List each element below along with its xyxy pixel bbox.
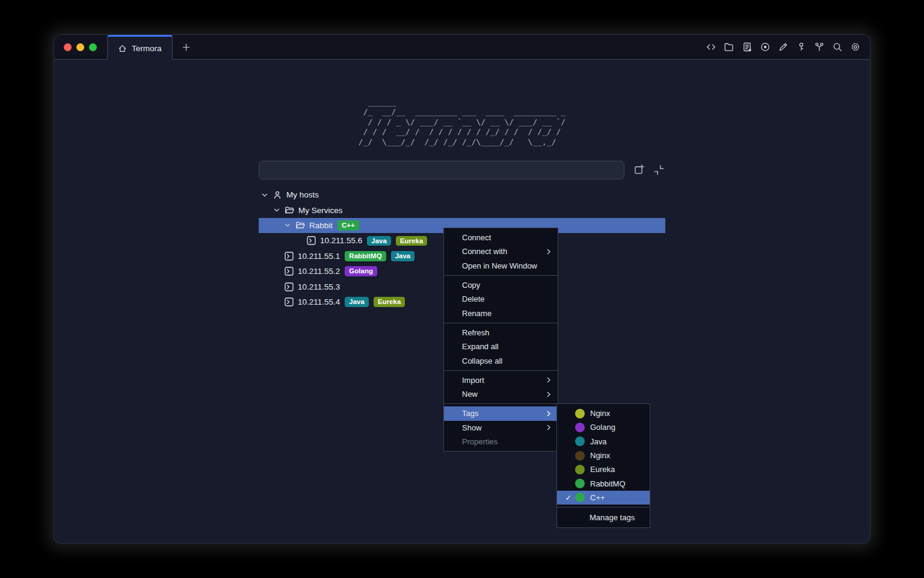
tag-color-dot <box>575 423 585 432</box>
submenu-item-java[interactable]: Java <box>557 435 650 449</box>
tree-label: 10.211.55.4 <box>298 297 340 306</box>
log-icon[interactable] <box>741 42 753 53</box>
code-icon[interactable] <box>705 42 716 53</box>
tag-badge: C++ <box>337 220 359 231</box>
menu-item-tags-highlighted[interactable]: Tags <box>444 406 558 420</box>
menu-separator <box>444 323 558 323</box>
menu-item-connect-with[interactable]: Connect with <box>444 244 558 258</box>
minimize-window-button[interactable] <box>76 43 84 51</box>
new-tab-button[interactable] <box>173 35 200 59</box>
tag-badge: Eureka <box>396 236 427 246</box>
folder-open-icon <box>295 220 305 230</box>
submenu-item-golang[interactable]: Golang <box>557 420 650 434</box>
menu-item-refresh[interactable]: Refresh <box>444 326 558 340</box>
tree-label: My hosts <box>286 190 319 199</box>
menu-item-open-in-new-window[interactable]: Open in New Window <box>444 259 558 273</box>
terminal-icon <box>307 236 316 245</box>
menu-item-rename[interactable]: Rename <box>444 306 558 320</box>
chevron-right-icon <box>545 248 552 255</box>
add-host-icon[interactable] <box>632 164 645 176</box>
tree-label: 10.211.55.6 <box>320 236 362 245</box>
tree-row-my-hosts[interactable]: My hosts <box>259 187 665 202</box>
tag-badge: RabbitMQ <box>345 251 386 261</box>
submenu-item-label: Nginx <box>590 409 610 418</box>
branch-icon[interactable] <box>813 42 825 53</box>
submenu-item-rabbitmq[interactable]: RabbitMQ <box>557 476 650 490</box>
folder-icon[interactable] <box>723 42 735 53</box>
tag-color-dot <box>575 479 585 488</box>
submenu-item-nginx-2[interactable]: Nginx <box>557 449 650 462</box>
ascii-logo: ______ /_ __/__ _________ ___ ____ _____… <box>359 98 565 147</box>
close-window-button[interactable] <box>64 43 72 51</box>
menu-item-copy[interactable]: Copy <box>444 278 558 292</box>
menu-item-label: New <box>462 390 478 399</box>
tag-color-dot <box>575 437 585 446</box>
toolbar-icons <box>705 35 870 59</box>
submenu-item-cpp-checked[interactable]: ✓ C++ <box>557 491 650 505</box>
submenu-item-label: Eureka <box>590 465 615 474</box>
menu-separator <box>444 275 558 276</box>
menu-item-expand-all[interactable]: Expand all <box>444 340 558 353</box>
menu-item-label: Connect with <box>462 247 507 256</box>
menu-item-collapse-all[interactable]: Collapse all <box>444 353 558 367</box>
submenu-item-nginx[interactable]: Nginx <box>557 406 650 420</box>
menu-item-new[interactable]: New <box>444 387 558 401</box>
tag-color-dot <box>575 409 585 418</box>
chevron-right-icon <box>545 391 552 398</box>
folder-open-icon <box>285 205 294 215</box>
termora-window: Termora <box>54 35 870 543</box>
tag-color-dot <box>575 465 585 474</box>
tree-label: My Services <box>298 206 343 215</box>
edit-icon[interactable] <box>777 42 789 53</box>
submenu-item-eureka[interactable]: Eureka <box>557 462 650 476</box>
tab-termora[interactable]: Termora <box>107 35 173 60</box>
host-filter-input[interactable] <box>259 161 624 179</box>
chevron-down-icon[interactable] <box>273 206 281 214</box>
desktop: { "window": { "tab_title": "Termora" }, … <box>0 0 924 578</box>
record-icon[interactable] <box>759 42 771 53</box>
search-icon[interactable] <box>831 42 843 53</box>
chevron-right-icon <box>545 410 552 417</box>
chevron-down-icon[interactable] <box>260 191 269 199</box>
terminal-icon <box>285 267 294 276</box>
menu-item-connect[interactable]: Connect <box>444 231 558 244</box>
submenu-item-label: Golang <box>590 423 615 432</box>
submenu-item-label: RabbitMQ <box>590 479 626 488</box>
checkmark-icon: ✓ <box>562 493 575 502</box>
submenu-item-label: Nginx <box>590 451 610 460</box>
tag-color-dot <box>575 493 585 502</box>
terminal-icon <box>285 282 294 291</box>
submenu-item-manage-tags[interactable]: Manage tags <box>557 510 650 525</box>
menu-item-show[interactable]: Show <box>444 421 558 435</box>
tree-row-my-services[interactable]: My Services <box>259 202 665 217</box>
tree-label: 10.211.55.1 <box>298 252 340 261</box>
menu-item-label: Import <box>462 376 484 385</box>
settings-icon[interactable] <box>849 42 861 53</box>
submenu-item-label: Java <box>590 437 606 446</box>
tag-badge: Java <box>345 297 369 307</box>
tag-badge: Java <box>391 251 415 261</box>
chevron-down-icon[interactable] <box>283 221 292 229</box>
tree-label: 10.211.55.2 <box>298 267 340 276</box>
menu-item-import[interactable]: Import <box>444 373 558 387</box>
tag-badge: Eureka <box>374 297 405 307</box>
tree-label: 10.211.55.3 <box>298 282 340 291</box>
menu-item-delete[interactable]: Delete <box>444 292 558 306</box>
menu-separator <box>444 370 558 371</box>
zoom-window-button[interactable] <box>89 43 97 51</box>
terminal-icon <box>285 252 294 261</box>
tag-badge: Golang <box>345 266 377 276</box>
tree-label: Rabbit <box>309 221 333 230</box>
search-row <box>259 161 665 179</box>
user-icon <box>273 190 282 200</box>
menu-separator <box>444 403 558 404</box>
chevron-right-icon <box>545 424 552 431</box>
key-icon[interactable] <box>795 42 807 53</box>
home-icon <box>118 44 127 53</box>
tab-title: Termora <box>132 44 162 53</box>
tag-badge: Java <box>367 236 391 246</box>
menu-item-properties-disabled: Properties <box>444 435 558 449</box>
submenu-item-label: C++ <box>590 493 605 502</box>
collapse-all-icon[interactable] <box>653 164 665 176</box>
chevron-right-icon <box>545 376 552 384</box>
